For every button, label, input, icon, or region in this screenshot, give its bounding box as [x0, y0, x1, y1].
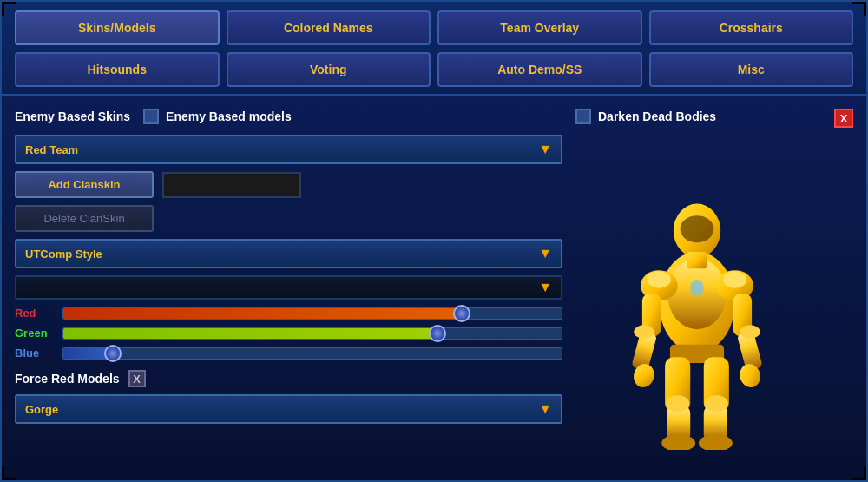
- corner-tr: [852, 2, 866, 16]
- red-team-arrow-icon: ▼: [538, 142, 552, 157]
- red-slider-fill: [63, 308, 462, 319]
- utcomp-style-dropdown[interactable]: UTComp Style ▼: [15, 239, 562, 268]
- force-red-close[interactable]: X: [128, 370, 146, 387]
- green-slider-fill: [63, 328, 437, 339]
- darken-checkbox[interactable]: [575, 109, 591, 124]
- tab-colored-names[interactable]: Colored Names: [227, 10, 431, 45]
- main-content: Enemy Based Skins Enemy Based models Red…: [2, 96, 866, 482]
- red-slider-row: Red: [15, 307, 562, 320]
- utcomp-arrow-icon: ▼: [538, 246, 552, 261]
- enemy-based-models-label: Enemy Based models: [166, 109, 292, 123]
- tab-bar: Skins/Models Colored Names Team Overlay …: [2, 2, 866, 96]
- main-container: Skins/Models Colored Names Team Overlay …: [0, 0, 868, 482]
- blue-label: Blue: [15, 347, 54, 360]
- enemy-based-skins-label: Enemy Based Skins: [15, 109, 130, 123]
- tab-skins-models[interactable]: Skins/Models: [15, 10, 220, 45]
- tab-row-2: Hitsounds Voting Auto Demo/SS Misc: [15, 52, 853, 87]
- character-model-svg: [602, 163, 792, 450]
- svg-point-26: [723, 271, 746, 287]
- svg-point-22: [705, 395, 728, 412]
- right-panel: Darken Dead Bodies X: [575, 109, 853, 478]
- svg-point-18: [699, 435, 733, 450]
- style-sub-dropdown[interactable]: ▼: [15, 275, 562, 300]
- tab-row-1: Skins/Models Colored Names Team Overlay …: [15, 10, 853, 45]
- blue-slider-row: Blue: [15, 347, 562, 360]
- clanskin-row: Add Clanskin: [15, 171, 562, 198]
- character-preview: [575, 142, 819, 472]
- enemy-based-section: Enemy Based Skins Enemy Based models: [15, 109, 562, 124]
- delete-row: Delete ClanSkin: [15, 205, 562, 232]
- delete-clanskin-button[interactable]: Delete ClanSkin: [15, 205, 154, 232]
- gorge-arrow-icon: ▼: [538, 401, 552, 417]
- green-slider-handle[interactable]: [429, 325, 446, 342]
- color-preview: [162, 172, 301, 198]
- red-team-dropdown[interactable]: Red Team ▼: [15, 135, 562, 164]
- red-slider[interactable]: [62, 307, 562, 320]
- green-slider[interactable]: [62, 327, 562, 340]
- tab-voting[interactable]: Voting: [227, 52, 431, 87]
- red-label: Red: [15, 307, 54, 320]
- blue-slider-handle[interactable]: [104, 345, 122, 362]
- red-slider-handle[interactable]: [453, 305, 470, 322]
- close-right-button[interactable]: X: [834, 109, 853, 128]
- force-red-models-label: Force Red Models: [15, 372, 120, 386]
- svg-point-21: [666, 395, 689, 412]
- green-slider-row: Green: [15, 327, 562, 340]
- svg-point-24: [740, 325, 760, 339]
- gorge-label: Gorge: [25, 403, 58, 416]
- darken-dead-bodies-row: Darken Dead Bodies: [575, 109, 716, 124]
- add-clanskin-button[interactable]: Add Clanskin: [15, 171, 154, 198]
- enemy-based-models-checkbox[interactable]: Enemy Based models: [143, 109, 292, 124]
- svg-point-19: [690, 280, 704, 296]
- force-red-row: Force Red Models X: [15, 370, 562, 387]
- svg-point-17: [661, 435, 695, 450]
- corner-bl: [2, 466, 16, 480]
- style-sub-arrow-icon: ▼: [538, 280, 552, 295]
- corner-tl: [2, 2, 16, 16]
- utcomp-style-label: UTComp Style: [25, 248, 102, 261]
- tab-team-overlay[interactable]: Team Overlay: [437, 10, 642, 45]
- svg-point-23: [634, 325, 654, 339]
- darken-dead-bodies-label: Darken Dead Bodies: [598, 109, 716, 123]
- svg-rect-20: [687, 252, 707, 268]
- tab-crosshairs[interactable]: Crosshairs: [649, 10, 854, 45]
- left-panel: Enemy Based Skins Enemy Based models Red…: [15, 109, 562, 478]
- tab-misc[interactable]: Misc: [649, 52, 854, 87]
- tab-auto-demo[interactable]: Auto Demo/SS: [437, 52, 642, 87]
- corner-br: [852, 466, 866, 480]
- svg-point-25: [648, 271, 671, 287]
- green-label: Green: [15, 327, 54, 340]
- tab-hitsounds[interactable]: Hitsounds: [15, 52, 220, 87]
- enemy-models-checkbox-box[interactable]: [143, 109, 159, 124]
- gorge-dropdown[interactable]: Gorge ▼: [15, 394, 562, 424]
- svg-point-3: [681, 215, 714, 242]
- red-team-label: Red Team: [25, 143, 78, 156]
- blue-slider[interactable]: [62, 347, 562, 360]
